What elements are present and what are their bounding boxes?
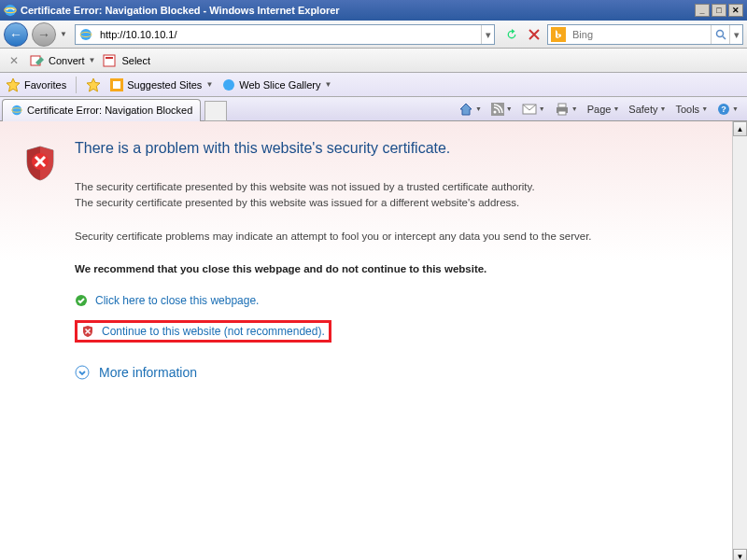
page-content: There is a problem with this website's s… — [0, 121, 732, 560]
title-bar: Certificate Error: Navigation Blocked - … — [0, 0, 747, 21]
cert-text-2: Security certificate problems may indica… — [75, 229, 713, 245]
new-tab-button[interactable] — [204, 101, 227, 121]
continue-link-highlight: Continue to this website (not recommende… — [75, 320, 331, 343]
cert-recommend: We recommend that you close this webpage… — [75, 261, 713, 277]
favorites-bar: Favorites Suggested Sites ▼ Web Slice Ga… — [0, 73, 747, 97]
svg-rect-9 — [106, 57, 113, 59]
close-toolbar-button[interactable]: ✕ — [6, 54, 22, 67]
close-button[interactable]: ✕ — [728, 4, 743, 17]
page-menu[interactable]: Page▼ — [585, 102, 623, 117]
shield-error-icon — [23, 145, 57, 182]
convert-label: Convert — [49, 55, 85, 66]
back-button[interactable]: ← — [4, 22, 28, 47]
convert-button[interactable]: Convert ▼ — [30, 53, 95, 68]
navigation-bar: ← → ▼ ▾ ▾ — [0, 21, 747, 49]
expand-icon — [75, 365, 90, 380]
rss-icon — [491, 103, 504, 116]
svg-rect-20 — [558, 111, 566, 115]
tab-bar: Certificate Error: Navigation Blocked ▼ … — [0, 97, 747, 121]
continue-website-link[interactable]: Continue to this website (not recommende… — [81, 325, 325, 338]
chevron-down-icon: ▼ — [205, 80, 213, 89]
nav-dropdown-icon[interactable]: ▼ — [60, 30, 67, 38]
cert-text-1: The security certificate presented by th… — [75, 179, 713, 212]
safety-menu[interactable]: Safety▼ — [626, 102, 669, 117]
scroll-up-button[interactable]: ▲ — [733, 121, 747, 136]
cert-error-title: There is a problem with this website's s… — [75, 140, 713, 157]
svg-point-12 — [223, 79, 234, 91]
close-webpage-link[interactable]: Click here to close this webpage. — [75, 294, 713, 307]
favorites-button[interactable]: Favorites — [6, 77, 66, 92]
webslice-icon — [222, 78, 235, 91]
svg-rect-8 — [104, 55, 115, 66]
address-dropdown-icon[interactable]: ▾ — [481, 25, 494, 44]
scroll-down-button[interactable]: ▼ — [733, 549, 747, 560]
add-favorite-button[interactable] — [86, 77, 101, 92]
minimize-button[interactable]: _ — [695, 4, 710, 17]
shield-x-icon — [81, 325, 94, 338]
mail-icon — [522, 103, 537, 116]
tools-menu[interactable]: Tools▼ — [672, 102, 711, 117]
stop-button[interactable] — [525, 25, 543, 44]
address-input[interactable] — [96, 29, 481, 40]
select-button[interactable]: Select — [103, 53, 150, 68]
print-button[interactable]: ▼ — [552, 101, 581, 118]
refresh-button[interactable] — [502, 25, 521, 44]
print-icon — [555, 103, 570, 116]
tab-active[interactable]: Certificate Error: Navigation Blocked — [2, 99, 201, 121]
tab-label: Certificate Error: Navigation Blocked — [27, 105, 192, 116]
ie-page-icon — [10, 104, 23, 117]
svg-point-16 — [493, 110, 496, 113]
web-slice-label: Web Slice Gallery — [239, 79, 320, 91]
window-controls: _ □ ✕ — [695, 4, 743, 17]
star-icon — [6, 77, 21, 92]
address-bar[interactable]: ▾ — [75, 24, 495, 45]
select-icon — [103, 53, 118, 68]
window-title: Certificate Error: Navigation Blocked - … — [21, 5, 695, 16]
chevron-down-icon: ▼ — [325, 80, 332, 89]
help-button[interactable]: ?▼ — [714, 101, 741, 118]
svg-point-2 — [80, 29, 92, 40]
home-icon — [458, 102, 473, 117]
search-input[interactable] — [569, 29, 711, 40]
chevron-down-icon: ▼ — [89, 56, 96, 64]
svg-rect-11 — [113, 81, 120, 89]
page-icon — [78, 27, 93, 42]
search-box[interactable]: ▾ — [547, 24, 743, 45]
svg-point-13 — [12, 105, 22, 116]
favorites-label: Favorites — [24, 79, 66, 91]
help-icon: ? — [717, 103, 730, 116]
check-icon — [75, 294, 88, 307]
forward-button[interactable]: → — [32, 22, 56, 47]
command-bar: ▼ ▼ ▼ ▼ Page▼ Safety▼ Tools▼ ?▼ — [456, 100, 747, 119]
mail-button[interactable]: ▼ — [519, 101, 548, 118]
search-button[interactable] — [711, 25, 729, 44]
home-button[interactable]: ▼ — [456, 100, 485, 119]
scroll-track[interactable] — [733, 136, 747, 549]
star-add-icon — [86, 77, 101, 92]
select-label: Select — [121, 55, 150, 66]
ie-icon — [4, 4, 17, 17]
suggested-sites-label: Suggested Sites — [127, 79, 202, 91]
svg-rect-19 — [558, 104, 566, 107]
search-dropdown-icon[interactable]: ▾ — [729, 25, 742, 44]
maximize-button[interactable]: □ — [712, 4, 726, 17]
svg-point-5 — [716, 30, 723, 36]
content-area: There is a problem with this website's s… — [0, 121, 747, 560]
svg-text:?: ? — [721, 105, 726, 114]
more-information-toggle[interactable]: More information — [75, 365, 713, 380]
svg-line-6 — [723, 36, 726, 39]
bing-icon — [551, 27, 566, 42]
svg-point-25 — [76, 366, 89, 379]
suggested-icon — [110, 78, 123, 91]
convert-toolbar: ✕ Convert ▼ Select — [0, 49, 747, 73]
convert-icon — [30, 53, 45, 68]
web-slice-button[interactable]: Web Slice Gallery ▼ — [222, 78, 331, 91]
suggested-sites-button[interactable]: Suggested Sites ▼ — [110, 78, 213, 91]
feeds-button[interactable]: ▼ — [488, 101, 515, 118]
vertical-scrollbar[interactable]: ▲ ▼ — [732, 121, 747, 560]
separator — [76, 77, 77, 93]
